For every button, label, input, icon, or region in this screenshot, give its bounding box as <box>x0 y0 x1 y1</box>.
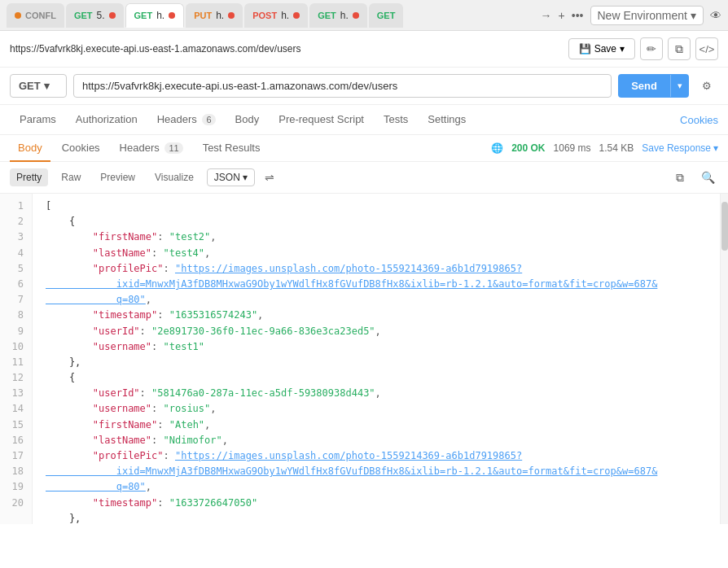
save-response-button[interactable]: Save Response ▾ <box>642 142 718 154</box>
line-num: 10 <box>0 339 32 355</box>
tab-status-dot <box>109 12 116 19</box>
response-status: 🌐 200 OK 1069 ms 1.54 KB Save Response ▾ <box>491 142 718 154</box>
format-raw[interactable]: Raw <box>55 168 87 186</box>
copy-button[interactable]: ⧉ <box>668 37 691 60</box>
scrollbar-thumb[interactable] <box>721 202 728 251</box>
tab-name-label: h. <box>156 10 164 21</box>
resp-testresults-label: Test Results <box>203 142 261 154</box>
filter-icon[interactable]: ⇌ <box>265 171 274 184</box>
json-line-12: "username": "rosius", <box>46 401 720 417</box>
tab-body[interactable]: Body <box>226 105 270 135</box>
save-button[interactable]: 💾 Save ▾ <box>568 38 635 59</box>
format-visualize-label: Visualize <box>155 172 194 183</box>
format-visualize[interactable]: Visualize <box>148 168 200 186</box>
tab-put-h[interactable]: PUT h. <box>186 3 243 28</box>
settings-icon[interactable]: ⚙ <box>695 75 718 98</box>
resp-tab-body[interactable]: Body <box>10 135 50 162</box>
resp-tab-cookies[interactable]: Cookies <box>54 135 108 162</box>
line-num: 6 <box>0 277 32 292</box>
tab-method-label: GET <box>74 11 93 20</box>
tab-params[interactable]: Params <box>10 105 66 135</box>
tab-authorization-label: Authorization <box>76 113 138 125</box>
json-line-13: "firstName": "Ateh", <box>46 417 720 433</box>
search-json-button[interactable]: 🔍 <box>697 167 718 188</box>
method-selector[interactable]: GET ▾ <box>10 74 67 98</box>
format-type-value: JSON <box>214 172 240 183</box>
line-num: 1 <box>0 199 32 214</box>
tab-controls: → + ••• New Environment ▾ 👁 <box>541 6 721 25</box>
tab-method-label: CONFL <box>25 11 56 20</box>
scrollbar[interactable] <box>720 194 728 524</box>
tab-get-h-active[interactable]: GET h. <box>125 3 185 28</box>
tab-status-dot <box>228 12 235 19</box>
env-selector[interactable]: New Environment ▾ <box>590 6 704 25</box>
tab-post-h[interactable]: POST h. <box>244 3 308 28</box>
tab-name-label: h. <box>340 10 349 21</box>
code-button[interactable]: </> <box>695 37 718 60</box>
line-num: 12 <box>0 370 32 386</box>
edit-button[interactable]: ✏ <box>640 37 663 60</box>
address-url: https://5vafvrk8kj.execute-api.us-east-1… <box>10 43 562 55</box>
tab-prerequest[interactable]: Pre-request Script <box>269 105 374 135</box>
edit-icon: ✏ <box>647 42 656 55</box>
json-viewer: 1 2 3 4 5 6 7 8 9 10 11 12 13 14 15 16 1… <box>0 194 728 524</box>
tab-get-empty[interactable]: GET <box>369 3 404 28</box>
code-icon: </> <box>699 43 715 55</box>
globe-icon: 🌐 <box>491 142 503 154</box>
tab-name-label: 5. <box>97 10 105 21</box>
line-num: 19 <box>0 479 32 495</box>
line-num: 2 <box>0 214 32 229</box>
tab-status-dot <box>15 12 21 19</box>
tab-headers[interactable]: Headers 6 <box>147 105 226 135</box>
tab-authorization[interactable]: Authorization <box>66 105 147 135</box>
tab-params-label: Params <box>20 113 56 125</box>
tab-get-h2[interactable]: GET h. <box>309 3 367 28</box>
json-line-1: [ <box>46 199 720 214</box>
tab-arrow-right[interactable]: → <box>541 9 552 22</box>
tab-add[interactable]: + <box>559 9 565 22</box>
tab-name-label: h. <box>281 10 289 21</box>
tab-method-label: GET <box>318 11 336 20</box>
tab-settings[interactable]: Settings <box>418 105 476 135</box>
resp-tab-headers[interactable]: Headers 11 <box>112 135 191 162</box>
send-chevron: ▾ <box>670 75 689 97</box>
tab-status-dot <box>293 12 300 19</box>
request-nav-tabs: Params Authorization Headers 6 Body Pre-… <box>0 105 728 135</box>
url-input[interactable] <box>73 74 612 98</box>
tab-method-label: POST <box>252 11 277 20</box>
tab-prerequest-label: Pre-request Script <box>278 113 364 125</box>
tab-confl[interactable]: CONFL <box>7 3 64 28</box>
copy-json-button[interactable]: ⧉ <box>669 167 691 188</box>
tab-status-dot <box>169 12 175 19</box>
tab-tests-label: Tests <box>384 113 408 125</box>
json-line-9: }, <box>46 355 720 370</box>
status-code: 200 OK <box>511 142 545 154</box>
cookies-label: Cookies <box>680 114 718 126</box>
line-num: 13 <box>0 386 32 401</box>
tab-headers-badge: 6 <box>202 114 215 125</box>
eye-icon[interactable]: 👁 <box>710 9 721 22</box>
format-preview[interactable]: Preview <box>94 168 142 186</box>
tab-settings-label: Settings <box>428 113 466 125</box>
resp-cookies-label: Cookies <box>62 142 100 154</box>
env-chevron: ▾ <box>691 9 696 22</box>
cookies-link[interactable]: Cookies <box>680 114 718 126</box>
send-button[interactable]: Send ▾ <box>618 74 689 98</box>
tab-more[interactable]: ••• <box>572 9 584 22</box>
format-pretty[interactable]: Pretty <box>10 168 48 186</box>
json-line-15: "profilePic": "https://images.unsplash.c… <box>46 448 720 496</box>
format-type-selector[interactable]: JSON ▾ <box>207 168 255 186</box>
tab-get-5[interactable]: GET 5. <box>66 3 124 28</box>
resp-tab-testresults[interactable]: Test Results <box>195 135 269 162</box>
tab-name-label: h. <box>216 10 224 21</box>
json-line-6: "timestamp": "1635316574243", <box>46 308 720 323</box>
tab-tests[interactable]: Tests <box>374 105 418 135</box>
method-value: GET <box>19 80 41 92</box>
tab-bar: CONFL GET 5. GET h. PUT h. POST h. GET h… <box>0 0 728 31</box>
line-num: 17 <box>0 448 32 464</box>
json-content: [ { "firstName": "test2", "lastName": "t… <box>33 194 720 524</box>
send-label: Send <box>618 74 670 98</box>
format-bar: Pretty Raw Preview Visualize JSON ▾ ⇌ ⧉ … <box>0 162 728 194</box>
env-label: New Environment <box>598 9 688 22</box>
line-num: 14 <box>0 401 32 417</box>
